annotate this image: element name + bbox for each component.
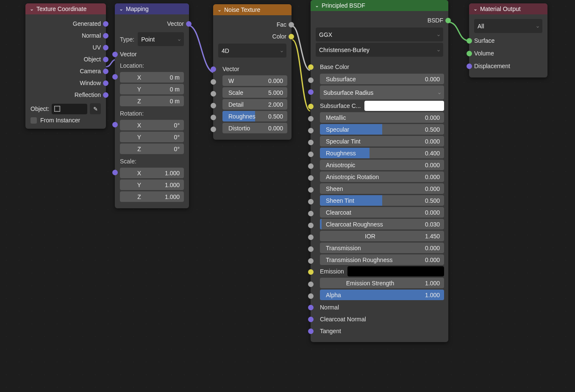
input-sheen[interactable]: Sheen0.000	[320, 183, 444, 194]
input-ior[interactable]: IOR1.450	[320, 231, 444, 241]
chevron-down-icon: ⌵	[438, 90, 441, 95]
chevron-down-icon: ⌵	[178, 37, 181, 41]
scale-y[interactable]: Y1.000	[120, 179, 184, 190]
scale-x[interactable]: X1.000	[120, 168, 184, 178]
emission-label: Emission	[320, 268, 344, 275]
output-generated[interactable]: Generated	[31, 18, 101, 30]
chevron-down-icon: ⌵	[536, 24, 539, 28]
rotation-label: Rotation:	[120, 108, 184, 119]
location-x[interactable]: X0 m	[120, 72, 184, 83]
object-label: Object:	[31, 105, 49, 112]
input-alpha[interactable]: Alpha1.000	[320, 290, 444, 300]
output-normal[interactable]: Normal	[31, 30, 101, 41]
output-camera[interactable]: Camera	[31, 65, 101, 77]
chevron-down-icon: ⌵	[437, 32, 440, 37]
input-specular-tint[interactable]: Specular Tint0.000	[320, 136, 444, 146]
input-detail[interactable]: Detail2.000	[222, 99, 287, 110]
output-fac[interactable]: Fac	[218, 19, 286, 30]
input-specular[interactable]: Specular0.500	[320, 124, 444, 135]
checkbox-icon	[31, 117, 37, 124]
dimensions-select[interactable]: 4D⌵	[218, 44, 286, 58]
input-w[interactable]: W0.000	[222, 75, 287, 86]
input-anisotropic-rotation[interactable]: Anisotropic Rotation0.000	[320, 171, 444, 182]
input-clearcoat[interactable]: Clearcoat0.000	[320, 207, 444, 218]
input-tangent[interactable]: Tangent	[320, 325, 444, 337]
input-scale[interactable]: Scale5.000	[222, 87, 287, 98]
scale-label: Scale:	[120, 155, 184, 166]
chevron-down-icon: ⌄	[473, 6, 478, 12]
location-z[interactable]: Z0 m	[120, 96, 184, 106]
node-mapping[interactable]: ⌄Mapping Vector Type: Point⌵ Vector Loca…	[115, 3, 189, 208]
eyedropper-icon: ✎	[93, 106, 98, 112]
chevron-down-icon: ⌄	[315, 3, 319, 8]
input-transmission-roughness[interactable]: Transmission Roughness0.000	[320, 254, 444, 265]
node-principled-bsdf[interactable]: ⌄Principled BSDF BSDF GGX⌵ Christensen-B…	[311, 0, 448, 342]
node-header[interactable]: ⌄Mapping	[115, 3, 189, 14]
node-header[interactable]: ⌄Principled BSDF	[311, 0, 448, 11]
scale-z[interactable]: Z1.000	[120, 191, 184, 202]
output-uv[interactable]: UV	[31, 41, 101, 53]
distribution-select[interactable]: GGX⌵	[316, 28, 443, 41]
chevron-down-icon: ⌵	[437, 47, 440, 52]
input-clearcoat-normal[interactable]: Clearcoat Normal	[320, 313, 444, 325]
input-vector[interactable]: Vector	[222, 64, 287, 74]
rotation-x[interactable]: X0°	[120, 120, 184, 130]
chevron-down-icon: ⌄	[30, 6, 34, 12]
input-vector[interactable]: Vector	[120, 49, 184, 60]
input-distortion[interactable]: Distortio0.000	[222, 123, 287, 133]
sss-method-select[interactable]: Christensen-Burley⌵	[316, 43, 443, 57]
input-normal[interactable]: Normal	[320, 301, 444, 313]
node-title: Texture Coordinate	[36, 6, 86, 12]
sss-color-swatch[interactable]	[364, 101, 444, 111]
input-volume[interactable]: Volume	[474, 47, 542, 60]
input-emission-strength[interactable]: Emission Strength1.000	[320, 278, 444, 288]
type-select[interactable]: Point⌵	[138, 32, 184, 46]
node-title: Mapping	[126, 6, 149, 12]
node-header[interactable]: ⌄Material Output	[469, 3, 547, 14]
node-title: Material Output	[480, 6, 521, 12]
input-surface[interactable]: Surface	[474, 34, 542, 47]
output-bsdf[interactable]: BSDF	[316, 14, 443, 26]
node-title: Principled BSDF	[322, 2, 365, 9]
node-title: Noise Texture	[224, 6, 260, 13]
input-subsurface[interactable]: Subsurface0.000	[320, 74, 444, 84]
output-window[interactable]: Window	[31, 77, 101, 89]
location-y[interactable]: Y0 m	[120, 84, 184, 94]
input-base-color[interactable]: Base Color	[320, 61, 444, 72]
location-label: Location:	[120, 60, 184, 71]
target-select[interactable]: All⌵	[474, 19, 542, 33]
type-label: Type:	[120, 36, 134, 43]
input-clearcoat-roughness[interactable]: Clearcoat Roughness0.030	[320, 219, 444, 229]
node-material-output[interactable]: ⌄Material Output All⌵ Surface Volume Dis…	[469, 3, 547, 77]
sss-color-label: Subsurface C...	[320, 102, 361, 109]
rotation-z[interactable]: Z0°	[120, 144, 184, 154]
input-roughness[interactable]: Roughnes0.500	[222, 111, 287, 121]
node-noise-texture[interactable]: ⌄Noise Texture Fac Color 4D⌵ Vector W0.0…	[213, 4, 292, 140]
output-object[interactable]: Object	[31, 53, 101, 65]
chevron-down-icon: ⌄	[119, 6, 123, 12]
output-color[interactable]: Color	[218, 30, 286, 42]
output-vector[interactable]: Vector	[120, 18, 184, 30]
from-instancer-checkbox[interactable]: From Instancer	[31, 117, 101, 124]
node-texture-coordinate[interactable]: ⌄Texture Coordinate Generated Normal UV …	[25, 3, 106, 129]
input-metallic[interactable]: Metallic0.000	[320, 112, 444, 123]
input-transmission[interactable]: Transmission0.000	[320, 243, 444, 253]
input-anisotropic[interactable]: Anisotropic0.000	[320, 160, 444, 170]
object-icon	[54, 106, 60, 112]
object-field[interactable]	[52, 104, 87, 114]
rotation-y[interactable]: Y0°	[120, 132, 184, 142]
input-displacement[interactable]: Displacement	[474, 60, 542, 72]
chevron-down-icon: ⌄	[217, 7, 222, 13]
node-header[interactable]: ⌄Texture Coordinate	[25, 3, 106, 14]
emission-color-swatch[interactable]	[347, 266, 444, 276]
output-reflection[interactable]: Reflection	[31, 89, 101, 101]
input-roughness[interactable]: Roughness0.400	[320, 148, 444, 158]
chevron-down-icon: ⌵	[281, 48, 283, 53]
input-sss-radius[interactable]: Subsurface Radius⌵	[320, 86, 444, 99]
input-sheen-tint[interactable]: Sheen Tint0.500	[320, 195, 444, 206]
eyedropper-button[interactable]: ✎	[90, 103, 101, 114]
node-header[interactable]: ⌄Noise Texture	[213, 4, 292, 15]
